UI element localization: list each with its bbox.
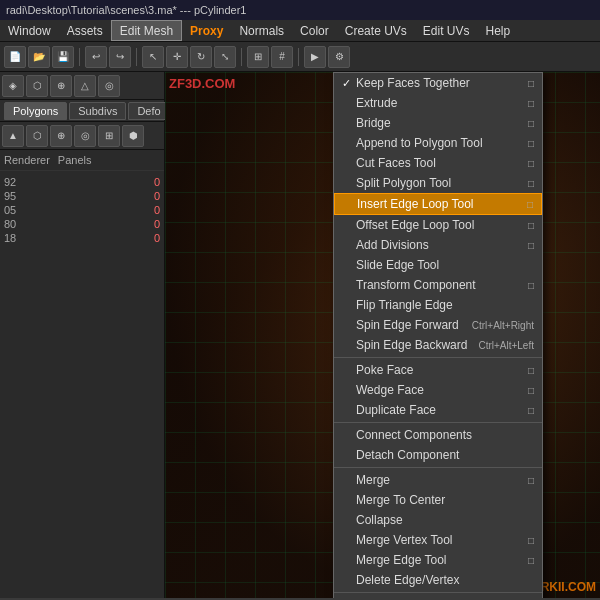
menu-arrow-icon: □	[528, 475, 534, 486]
menu-item-add-divisions[interactable]: Add Divisions □	[334, 235, 542, 255]
sub-tabs: Polygons Subdivs Defo	[0, 100, 164, 122]
toolbar-scale[interactable]: ⤡	[214, 46, 236, 68]
menu-color[interactable]: Color	[292, 20, 337, 41]
menu-create-uvs[interactable]: Create UVs	[337, 20, 415, 41]
toolbar-move[interactable]: ✛	[166, 46, 188, 68]
menu-window[interactable]: Window	[0, 20, 59, 41]
menu-normals[interactable]: Normals	[231, 20, 292, 41]
menu-item-extrude[interactable]: Extrude □	[334, 93, 542, 113]
menu-item-slide-edge[interactable]: Slide Edge Tool	[334, 255, 542, 275]
tab-polygons[interactable]: Polygons	[4, 102, 67, 120]
menu-item-merge[interactable]: Merge □	[334, 470, 542, 490]
menu-edit-uvs[interactable]: Edit UVs	[415, 20, 478, 41]
stat-label: 05	[4, 204, 16, 216]
menu-item-label: Wedge Face	[356, 383, 528, 397]
menu-item-label: Keep Faces Together	[356, 76, 528, 90]
shelf-icon-4[interactable]: ◎	[74, 125, 96, 147]
menu-item-split-polygon[interactable]: Split Polygon Tool □	[334, 173, 542, 193]
menu-item-poke-face[interactable]: Poke Face □	[334, 360, 542, 380]
toolbar-snap[interactable]: ⊞	[247, 46, 269, 68]
toolbar-render[interactable]: ▶	[304, 46, 326, 68]
left-tool-3[interactable]: ⊕	[50, 75, 72, 97]
toolbar-sep2	[136, 48, 137, 66]
menu-item-label: Spin Edge Forward	[356, 318, 468, 332]
stat-label: 80	[4, 218, 16, 230]
menu-item-insert-edge-loop[interactable]: Insert Edge Loop Tool □	[334, 193, 542, 215]
toolbar-options[interactable]: ⚙	[328, 46, 350, 68]
viewport: ZF3D.COM NARKII.COM ✓ Keep Faces Togethe…	[165, 72, 600, 598]
toolbar-grid[interactable]: #	[271, 46, 293, 68]
tab-defo[interactable]: Defo	[128, 102, 169, 120]
menu-arrow-icon: □	[528, 158, 534, 169]
menu-item-transform-component[interactable]: Transform Component □	[334, 275, 542, 295]
tab-subdivs[interactable]: Subdivs	[69, 102, 126, 120]
stats-row: 92 0	[4, 175, 160, 189]
toolbar-save[interactable]: 💾	[52, 46, 74, 68]
toolbar-sep3	[241, 48, 242, 66]
menu-arrow-icon: □	[528, 280, 534, 291]
stat-value: 0	[154, 218, 160, 230]
left-tool-2[interactable]: ⬡	[26, 75, 48, 97]
toolbar-sep1	[79, 48, 80, 66]
left-tool-4[interactable]: △	[74, 75, 96, 97]
menu-item-connect-components[interactable]: Connect Components	[334, 425, 542, 445]
shortcut-label: Ctrl+Alt+Right	[472, 320, 534, 331]
menu-item-collapse[interactable]: Collapse	[334, 510, 542, 530]
menu-arrow-icon: □	[527, 199, 533, 210]
menu-item-merge-to-center[interactable]: Merge To Center	[334, 490, 542, 510]
stats-row: 18 0	[4, 231, 160, 245]
shortcut-label: Ctrl+Alt+Left	[478, 340, 534, 351]
stats-row: 80 0	[4, 217, 160, 231]
menu-item-cut-faces[interactable]: Cut Faces Tool □	[334, 153, 542, 173]
stats-row: 05 0	[4, 203, 160, 217]
menu-help[interactable]: Help	[478, 20, 519, 41]
menu-arrow-icon: □	[528, 138, 534, 149]
menu-divider	[334, 592, 542, 593]
menu-item-spin-edge-forward[interactable]: Spin Edge Forward Ctrl+Alt+Right	[334, 315, 542, 335]
menu-item-label: Transform Component	[356, 278, 528, 292]
stats-table: 92 0 95 0 05 0 80 0 18 0	[0, 171, 164, 249]
menu-edit-mesh[interactable]: Edit Mesh	[111, 20, 182, 41]
menu-divider	[334, 422, 542, 423]
toolbar-select[interactable]: ↖	[142, 46, 164, 68]
toolbar-sep4	[298, 48, 299, 66]
menu-proxy[interactable]: Proxy	[182, 20, 231, 41]
left-panel: ◈ ⬡ ⊕ △ ◎ Polygons Subdivs Defo ▲ ⬡ ⊕ ◎ …	[0, 72, 165, 598]
shelf-icon-5[interactable]: ⊞	[98, 125, 120, 147]
menu-item-flip-triangle[interactable]: Flip Triangle Edge	[334, 295, 542, 315]
left-tool-1[interactable]: ◈	[2, 75, 24, 97]
toolbar-redo[interactable]: ↪	[109, 46, 131, 68]
shelf-icon-6[interactable]: ⬢	[122, 125, 144, 147]
stats-row: 95 0	[4, 189, 160, 203]
menu-item-label: Delete Edge/Vertex	[356, 573, 534, 587]
menu-item-label: Split Polygon Tool	[356, 176, 528, 190]
shelf-icon-1[interactable]: ▲	[2, 125, 24, 147]
menu-item-spin-edge-backward[interactable]: Spin Edge Backward Ctrl+Alt+Left	[334, 335, 542, 355]
menu-item-label: Add Divisions	[356, 238, 528, 252]
toolbar-rotate[interactable]: ↻	[190, 46, 212, 68]
menu-item-keep-faces-together[interactable]: ✓ Keep Faces Together □	[334, 73, 542, 93]
renderer-panels: Renderer Panels	[0, 150, 164, 171]
toolbar: 📄 📂 💾 ↩ ↪ ↖ ✛ ↻ ⤡ ⊞ # ▶ ⚙	[0, 42, 600, 72]
menu-item-wedge-face[interactable]: Wedge Face □	[334, 380, 542, 400]
shelf-icon-2[interactable]: ⬡	[26, 125, 48, 147]
menu-item-label: Cut Faces Tool	[356, 156, 528, 170]
menu-item-merge-vertex-tool[interactable]: Merge Vertex Tool □	[334, 530, 542, 550]
menu-item-offset-edge-loop[interactable]: Offset Edge Loop Tool □	[334, 215, 542, 235]
menu-item-bridge[interactable]: Bridge □	[334, 113, 542, 133]
menu-item-label: Insert Edge Loop Tool	[357, 197, 527, 211]
toolbar-open[interactable]: 📂	[28, 46, 50, 68]
menu-item-chamfer-vertex[interactable]: Chamfer Vertex □	[334, 595, 542, 598]
toolbar-new[interactable]: 📄	[4, 46, 26, 68]
menu-item-append-polygon[interactable]: Append to Polygon Tool □	[334, 133, 542, 153]
menu-assets[interactable]: Assets	[59, 20, 111, 41]
menu-item-label: Merge	[356, 473, 528, 487]
toolbar-undo[interactable]: ↩	[85, 46, 107, 68]
menu-item-duplicate-face[interactable]: Duplicate Face □	[334, 400, 542, 420]
menu-item-label: Flip Triangle Edge	[356, 298, 534, 312]
left-tool-5[interactable]: ◎	[98, 75, 120, 97]
shelf-icon-3[interactable]: ⊕	[50, 125, 72, 147]
menu-item-delete-edge-vertex[interactable]: Delete Edge/Vertex	[334, 570, 542, 590]
menu-item-detach-component[interactable]: Detach Component	[334, 445, 542, 465]
menu-item-merge-edge-tool[interactable]: Merge Edge Tool □	[334, 550, 542, 570]
